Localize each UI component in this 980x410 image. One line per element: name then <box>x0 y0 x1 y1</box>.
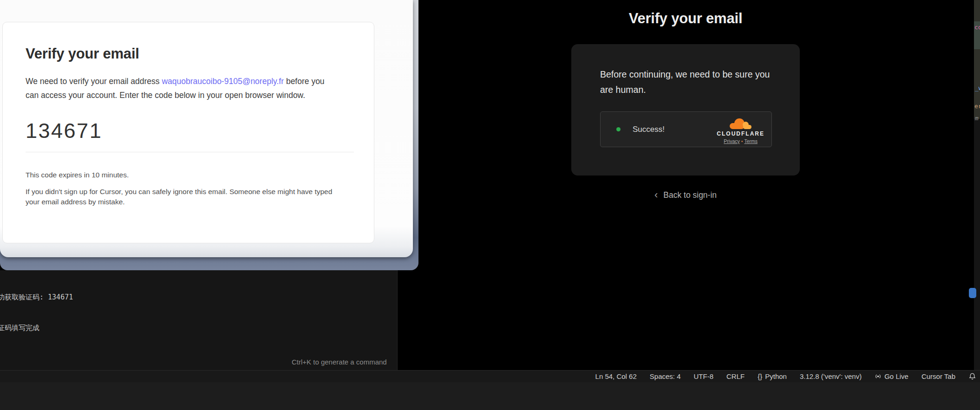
email-preview-window: Verify your email We need to verify your… <box>0 0 413 257</box>
expiry-note: This code expires in 10 minutes. <box>26 171 355 179</box>
email-body-pre: We need to verify your email address <box>26 77 162 86</box>
turnstile-legal-links: Privacy•Terms <box>724 138 758 144</box>
human-check-prompt: Before continuing, we need to be sure yo… <box>600 67 773 98</box>
statusbar-indentation[interactable]: Spaces: 4 <box>650 372 681 380</box>
editor-highlight-band <box>974 0 980 21</box>
link-separator: • <box>741 138 743 144</box>
go-live-label: Go Live <box>884 372 908 380</box>
email-divider <box>26 152 354 152</box>
verification-card: Before continuing, we need to be sure yo… <box>571 44 800 176</box>
disclaimer-text: If you didn't sign up for Cursor, you ca… <box>26 187 347 207</box>
statusbar-eol[interactable]: CRLF <box>726 372 745 380</box>
editor-text-fragment: co <box>974 24 980 30</box>
broadcast-icon <box>875 373 882 380</box>
success-dot-icon <box>616 127 621 131</box>
cloudflare-wordmark: CLOUDFLARE <box>717 130 764 137</box>
terminal-panel[interactable]: 功获取验证码: 134671 证码填写完成 在处理 Turnstile 验证..… <box>0 270 398 370</box>
statusbar-go-live[interactable]: Go Live <box>875 372 908 380</box>
editor-edge-sliver: co _w er m <box>974 0 980 370</box>
terminal-line: 功获取验证码: 134671 <box>0 292 397 302</box>
desktop-screen: Verify your email We need to verify your… <box>0 0 980 410</box>
braces-icon: {} <box>758 372 762 380</box>
terminal-ctrlk-hint: Ctrl+K to generate a command <box>292 358 387 366</box>
terminal-line: 证码填写完成 <box>0 323 397 333</box>
back-to-signin-link[interactable]: ‹ Back to sign-in <box>571 189 800 201</box>
email-heading: Verify your email <box>26 46 355 62</box>
turnstile-status-row: Success! <box>616 125 665 134</box>
email-body: We need to verify your email address waq… <box>26 74 340 102</box>
statusbar-cursor-position[interactable]: Ln 54, Col 62 <box>595 372 637 380</box>
email-card: Verify your email We need to verify your… <box>2 22 374 243</box>
editor-text-fragment: er <box>974 103 980 109</box>
editor-blue-button-sliver[interactable] <box>969 288 976 298</box>
verification-code: 134671 <box>26 119 355 143</box>
statusbar-notifications-bell[interactable] <box>968 372 976 380</box>
privacy-link[interactable]: Privacy <box>724 138 739 144</box>
cloudflare-branding: CLOUDFLARE Privacy•Terms <box>717 118 764 144</box>
cloudflare-logo-icon <box>729 118 752 130</box>
cloudflare-turnstile-widget: Success! CLOUDFLARE Privacy•Terms <box>600 111 772 147</box>
terms-link[interactable]: Terms <box>744 138 758 144</box>
turnstile-status-text: Success! <box>633 125 665 134</box>
taskbar: ⚙ ∧ ☁ 中 S ✕ 1:43 PM 2/12/2025 z <box>0 382 980 410</box>
statusbar-python-interpreter[interactable]: 3.12.8 ('venv': venv) <box>800 372 862 380</box>
statusbar: Ln 54, Col 62 Spaces: 4 UTF-8 CRLF {} Py… <box>0 370 980 382</box>
editor-text-fragment: m <box>975 115 979 121</box>
chevron-left-icon: ‹ <box>654 189 658 201</box>
statusbar-language-mode[interactable]: {} Python <box>758 372 787 380</box>
editor-text-fragment: _w <box>975 85 980 91</box>
verify-page-title: Verify your email <box>571 10 800 27</box>
statusbar-cursor-tab[interactable]: Cursor Tab <box>921 372 955 380</box>
email-address-link[interactable]: waquobraucoibo-9105@noreply.fr <box>162 77 284 86</box>
language-label: Python <box>765 372 787 380</box>
back-to-signin-label: Back to sign-in <box>663 190 717 200</box>
statusbar-encoding[interactable]: UTF-8 <box>694 372 714 380</box>
